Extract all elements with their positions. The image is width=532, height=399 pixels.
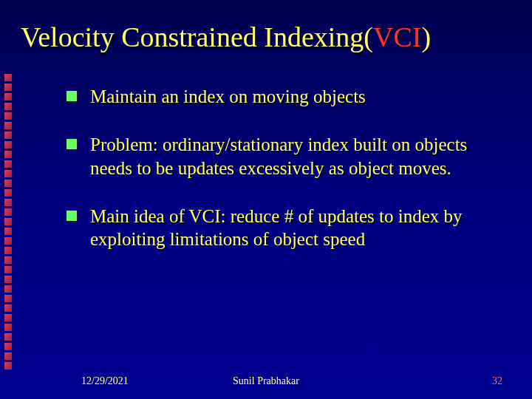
list-item: Main idea of VCI: reduce # of updates to… bbox=[66, 205, 510, 251]
bullet-icon bbox=[66, 211, 77, 221]
bullet-icon bbox=[66, 91, 77, 101]
title-prefix: Velocity Constrained Indexing( bbox=[21, 21, 373, 52]
footer-page-number: 32 bbox=[492, 375, 502, 387]
footer-author: Sunil Prabhakar bbox=[233, 375, 299, 387]
list-item: Maintain an index on moving objects bbox=[66, 85, 510, 108]
bullet-text: Maintain an index on moving objects bbox=[90, 85, 366, 108]
title-suffix: ) bbox=[421, 21, 431, 52]
bullet-icon bbox=[66, 139, 77, 149]
title-accent: VCI bbox=[373, 21, 421, 52]
list-item: Problem: ordinary/stationary index built… bbox=[66, 133, 510, 180]
bullet-list: Maintain an index on moving objects Prob… bbox=[66, 85, 510, 250]
bullet-text: Main idea of VCI: reduce # of updates to… bbox=[90, 205, 510, 251]
left-decoration bbox=[4, 74, 13, 369]
bullet-text: Problem: ordinary/stationary index built… bbox=[90, 133, 510, 180]
slide: Velocity Constrained Indexing(VCI) Maint… bbox=[0, 0, 532, 399]
footer: 12/29/2021 Sunil Prabhakar 32 bbox=[0, 375, 532, 387]
footer-date: 12/29/2021 bbox=[81, 375, 129, 387]
slide-title: Velocity Constrained Indexing(VCI) bbox=[21, 21, 525, 53]
